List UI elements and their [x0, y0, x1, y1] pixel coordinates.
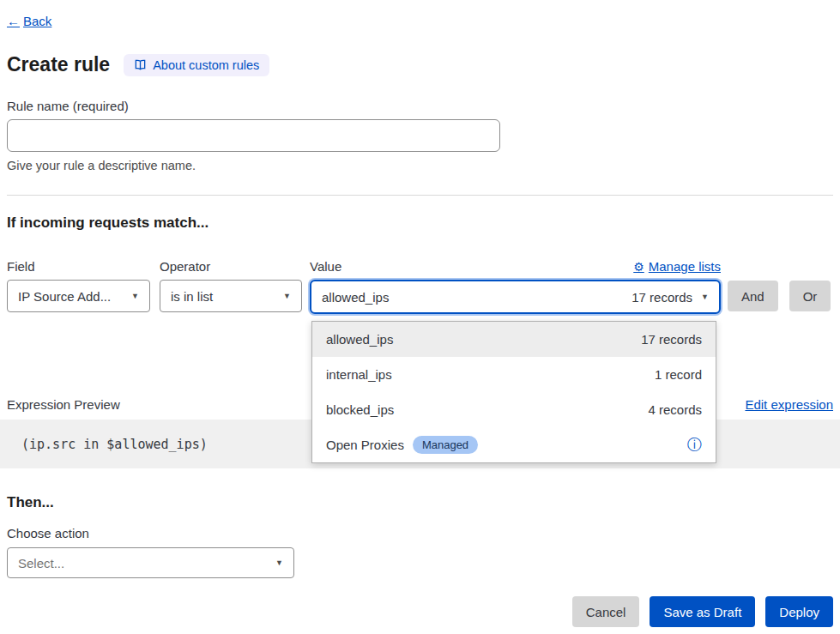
list-option-meta: 4 records — [648, 402, 702, 417]
list-option-open-proxies[interactable]: Open Proxies Managed ⓘ — [312, 427, 716, 462]
list-option-allowed-ips[interactable]: allowed_ips 17 records — [312, 322, 716, 357]
match-section-heading: If incoming requests match... — [7, 214, 833, 232]
value-select[interactable]: allowed_ips 17 records ▼ — [310, 280, 721, 314]
value-label: Value — [310, 259, 341, 274]
list-option-name: Open Proxies — [326, 438, 404, 452]
save-as-draft-button[interactable]: Save as Draft — [650, 596, 755, 627]
action-select-placeholder: Select... — [18, 556, 64, 571]
list-option-name: internal_ips — [326, 367, 392, 382]
chevron-down-icon: ▼ — [283, 292, 291, 300]
about-custom-rules-link[interactable]: About custom rules — [124, 54, 269, 76]
field-label: Field — [7, 259, 150, 274]
list-option-internal-ips[interactable]: internal_ips 1 record — [312, 357, 716, 392]
list-option-name: allowed_ips — [326, 332, 393, 347]
or-button[interactable]: Or — [789, 281, 831, 311]
about-custom-rules-label: About custom rules — [153, 58, 259, 72]
page-title: Create rule — [7, 53, 110, 76]
footer-actions: Cancel Save as Draft Deploy — [7, 596, 833, 627]
back-label: Back — [23, 14, 51, 28]
chevron-down-icon: ▼ — [701, 293, 709, 301]
value-select-value: allowed_ips — [322, 290, 389, 305]
rule-name-input[interactable] — [7, 119, 500, 152]
list-option-meta: 17 records — [641, 332, 702, 347]
operator-select[interactable]: is in list ▼ — [160, 280, 302, 312]
then-section-heading: Then... — [7, 494, 833, 511]
value-select-meta: 17 records — [632, 290, 692, 305]
match-controls-row: IP Source Add... ▼ is in list ▼ allowed_… — [7, 280, 833, 314]
chevron-down-icon: ▼ — [275, 559, 283, 567]
value-dropdown-menu: allowed_ips 17 records internal_ips 1 re… — [311, 321, 716, 463]
info-icon[interactable]: ⓘ — [687, 435, 702, 455]
choose-action-label: Choose action — [7, 526, 833, 540]
list-option-name: blocked_ips — [326, 402, 394, 417]
manage-lists-label: Manage lists — [649, 259, 721, 274]
field-select-value: IP Source Add... — [18, 289, 111, 304]
back-arrow-icon: ← — [7, 14, 20, 28]
managed-badge: Managed — [413, 436, 478, 454]
manage-lists-link[interactable]: ⚙ Manage lists — [633, 259, 721, 274]
and-button[interactable]: And — [728, 281, 778, 311]
expression-preview-label: Expression Preview — [7, 397, 120, 412]
rule-name-label: Rule name (required) — [7, 99, 833, 113]
create-rule-page: ← Back Create rule About custom rules Ru… — [0, 0, 840, 627]
cancel-button[interactable]: Cancel — [572, 596, 640, 627]
deploy-button[interactable]: Deploy — [765, 596, 833, 627]
list-option-blocked-ips[interactable]: blocked_ips 4 records — [312, 392, 716, 427]
book-icon — [134, 58, 147, 71]
back-link[interactable]: ← Back — [7, 14, 51, 28]
title-row: Create rule About custom rules — [7, 53, 833, 76]
list-option-meta: 1 record — [655, 367, 702, 382]
action-select[interactable]: Select... ▼ — [7, 547, 294, 578]
operator-label: Operator — [160, 259, 302, 274]
field-select[interactable]: IP Source Add... ▼ — [7, 280, 150, 312]
gear-icon: ⚙ — [633, 260, 644, 274]
chevron-down-icon: ▼ — [131, 292, 139, 300]
match-labels-row: Field Operator Value ⚙ Manage lists — [7, 259, 833, 274]
operator-select-value: is in list — [171, 289, 213, 304]
edit-expression-link[interactable]: Edit expression — [745, 397, 833, 412]
section-divider — [7, 195, 833, 196]
rule-name-helper: Give your rule a descriptive name. — [7, 159, 833, 172]
